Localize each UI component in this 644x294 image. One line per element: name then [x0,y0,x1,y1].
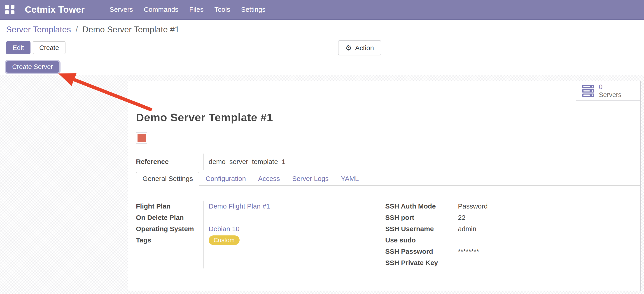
field-groups: Flight Plan On Delete Plan Operating Sys… [136,201,632,268]
field-value-ssh-password: ******** [458,248,479,255]
main-menu: Servers Commands Files Tools Settings [109,4,266,15]
field-label-ssh-auth-mode: SSH Auth Mode [385,201,453,212]
field-value-ssh-auth-mode: Password [458,202,488,210]
form-tabs: General Settings Configuration Access Se… [136,171,640,186]
field-label-ssh-username: SSH Username [385,223,453,234]
create-button[interactable]: Create [33,41,66,54]
tag-badge-custom: Custom [209,235,240,245]
general-group-left: Flight Plan On Delete Plan Operating Sys… [136,201,385,268]
control-panel-buttons: Edit Create [6,41,66,54]
apps-menu-icon[interactable] [5,5,14,14]
menu-item-servers[interactable]: Servers [109,4,133,15]
field-label-ssh-port: SSH port [385,212,453,223]
field-value-operating-system[interactable]: Debian 10 [209,225,240,233]
breadcrumb-separator: / [76,25,78,34]
color-swatch-fill [138,134,146,142]
top-navbar: Cetmix Tower Servers Commands Files Tool… [0,0,644,20]
servers-stat-button[interactable]: 0 Servers [576,81,640,101]
form-statusbar: Create Server [0,59,644,75]
field-label-flight-plan: Flight Plan [136,201,204,212]
edit-button[interactable]: Edit [6,41,30,54]
field-label-ssh-private-key: SSH Private Key [385,257,453,268]
menu-item-settings[interactable]: Settings [240,4,266,15]
app-brand[interactable]: Cetmix Tower [25,5,85,15]
reference-value: demo_server_template_1 [204,154,286,170]
field-label-on-delete-plan: On Delete Plan [136,212,204,223]
reference-row: Reference demo_server_template_1 [136,154,286,170]
breadcrumb: Server Templates / Demo Server Template … [6,25,179,34]
breadcrumb-current: Demo Server Template #1 [82,25,179,34]
field-label-use-sudo: Use sudo [385,234,453,246]
tab-configuration[interactable]: Configuration [200,172,252,186]
action-button[interactable]: ⚙ Action [338,40,381,55]
breadcrumb-link-server-templates[interactable]: Server Templates [6,25,71,34]
tab-access[interactable]: Access [252,172,286,186]
page-title: Demo Server Template #1 [136,111,273,124]
servers-count: 0 [599,83,622,91]
tab-yaml[interactable]: YAML [335,172,365,186]
ssh-group-right: SSH Auth Mode SSH port SSH Username Use … [385,201,632,268]
field-value-flight-plan[interactable]: Demo Flight Plan #1 [209,202,270,210]
field-label-tags: Tags [136,234,204,246]
menu-item-files[interactable]: Files [189,4,204,15]
menu-item-commands[interactable]: Commands [144,4,179,15]
field-label-operating-system: Operating System [136,223,204,234]
tab-server-logs[interactable]: Server Logs [286,172,335,186]
gear-icon: ⚙ [345,44,352,52]
field-label-ssh-password: SSH Password [385,246,453,257]
field-value-ssh-username: admin [458,225,476,233]
servers-stat-text: 0 Servers [599,83,622,99]
servers-label: Servers [599,91,622,99]
action-button-label: Action [355,44,374,52]
menu-item-tools[interactable]: Tools [214,4,230,15]
server-template-form-card: 0 Servers Demo Server Template #1 Refere… [128,81,640,291]
server-stack-icon [582,85,594,97]
create-server-button[interactable]: Create Server [6,61,59,73]
tab-general-settings[interactable]: General Settings [136,172,200,186]
reference-label: Reference [136,158,204,166]
color-swatch [136,132,147,143]
field-value-ssh-port: 22 [458,214,466,221]
